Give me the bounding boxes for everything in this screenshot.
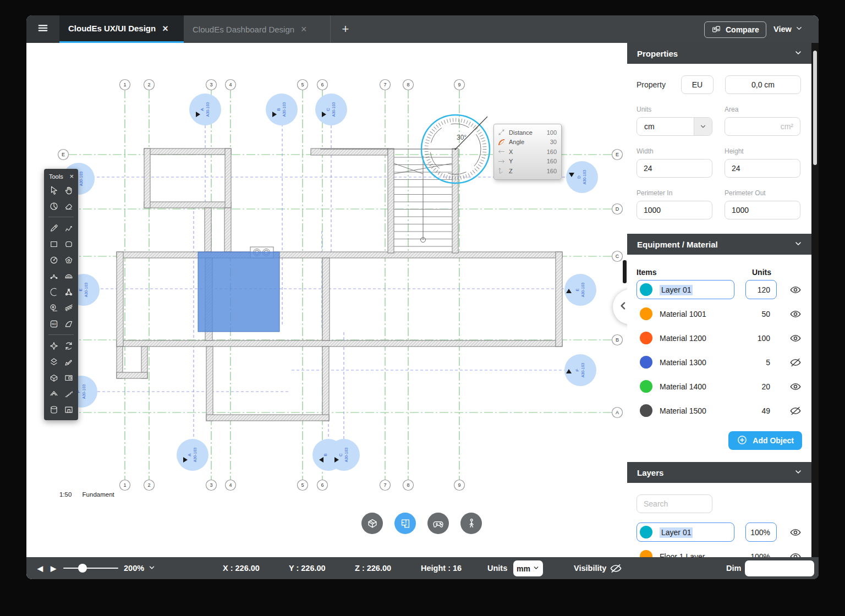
wall-tool[interactable]	[47, 371, 61, 384]
view-dropdown[interactable]: View	[773, 21, 803, 37]
zoom-slider-knob[interactable]	[78, 564, 87, 573]
eye-icon[interactable]	[789, 381, 802, 393]
units-select[interactable]: cm	[637, 117, 712, 136]
tab-close-icon[interactable]: ×	[301, 24, 307, 34]
circle-tool[interactable]	[47, 253, 61, 267]
dim-input[interactable]	[745, 560, 814, 576]
visibility-toggle[interactable]	[610, 562, 622, 577]
properties-section-header[interactable]: Properties	[627, 43, 811, 64]
explode-tool[interactable]	[47, 339, 61, 353]
perimeter-in-label: Perimeter In	[637, 189, 712, 197]
eraser-tool[interactable]	[62, 199, 75, 213]
ramp-tool[interactable]	[62, 301, 75, 315]
column-tool[interactable]	[47, 403, 61, 416]
tab-cloudes-uxui[interactable]: CloudEs UX/UI Design ×	[59, 15, 184, 43]
material-name-field[interactable]: Layer 01	[637, 280, 734, 299]
material-item-row[interactable]: Material 1400 20	[637, 377, 802, 396]
property-value-field[interactable]: 0,0 cm	[725, 75, 801, 94]
eye-off-icon[interactable]	[789, 405, 802, 417]
floor-plan-drawing[interactable]: 30°AA30-103BA30-103CA30-103DA30-103EA30-…	[26, 43, 627, 557]
zoom-level-dropdown[interactable]: 200%	[124, 557, 156, 579]
eye-icon[interactable]	[789, 284, 802, 296]
material-units-field[interactable]: 50	[745, 304, 777, 323]
trowel-tool[interactable]	[62, 355, 75, 369]
panel-scrollbar-thumb[interactable]	[813, 51, 817, 165]
height-input[interactable]	[725, 159, 800, 178]
area-measure-tool[interactable]	[62, 317, 75, 331]
material-name-field[interactable]: Material 1400	[637, 377, 734, 396]
area-unit-tool[interactable]: M2	[47, 317, 61, 331]
material-item-row[interactable]: Material 1300 5	[637, 353, 802, 372]
property-unit-field[interactable]: EU	[681, 75, 714, 94]
units-select[interactable]: mm	[513, 560, 543, 576]
perimeter-in-input[interactable]	[637, 201, 712, 219]
svg-text:B: B	[616, 337, 619, 343]
material-item-row[interactable]: Material 1500 49	[637, 401, 802, 420]
svg-text:4: 4	[229, 482, 232, 488]
layer-row[interactable]: Layer 01 100%	[637, 522, 802, 542]
protractor-tool[interactable]	[62, 269, 75, 283]
roof-tool[interactable]	[47, 387, 61, 400]
pencil-tool[interactable]	[47, 221, 61, 235]
zoom-slider-track[interactable]	[63, 568, 118, 569]
rounded-rectangle-tool[interactable]	[62, 237, 75, 251]
material-units-field[interactable]: 120	[745, 280, 777, 299]
area-input[interactable]	[725, 117, 800, 136]
tab-close-icon[interactable]: ×	[162, 24, 168, 34]
material-name-field[interactable]: Material 1500	[637, 401, 734, 420]
tools-close-icon[interactable]: ×	[69, 172, 74, 180]
eye-icon[interactable]	[789, 308, 802, 320]
pan-tool[interactable]	[62, 183, 75, 197]
equipment-section-header[interactable]: Equipment / Material	[627, 234, 811, 255]
add-object-button[interactable]: Add Object	[728, 431, 802, 450]
material-item-row[interactable]: Material 1001 50	[637, 304, 802, 323]
layer-name-field[interactable]: Layer 01	[637, 522, 734, 542]
history-back-button[interactable]: ◀	[37, 557, 43, 579]
compare-button[interactable]: Compare	[704, 21, 766, 38]
layers-section-header[interactable]: Layers	[627, 462, 811, 483]
eye-off-icon[interactable]	[789, 356, 802, 369]
material-units-field[interactable]: 20	[745, 377, 777, 396]
freehand-tool[interactable]	[62, 221, 75, 235]
window-tool[interactable]	[62, 371, 75, 384]
layer-opacity-field[interactable]: 100%	[745, 522, 777, 542]
material-units-field[interactable]: 100	[745, 328, 777, 348]
opening-tool[interactable]	[62, 403, 75, 416]
stairs-tool[interactable]	[62, 387, 75, 400]
rectangle-tool[interactable]	[47, 237, 61, 251]
menu-button[interactable]	[26, 15, 59, 43]
panel-scrollbar[interactable]	[811, 43, 819, 579]
select-tool[interactable]	[47, 183, 61, 197]
polygon-tool[interactable]	[62, 253, 75, 267]
layer-search-input[interactable]	[637, 494, 712, 513]
material-name-field[interactable]: Material 1001	[637, 304, 734, 323]
drawing-canvas[interactable]: 30°AA30-103BA30-103CA30-103DA30-103EA30-…	[26, 43, 627, 557]
history-forward-button[interactable]: ▶	[51, 557, 56, 579]
material-units-field[interactable]: 5	[745, 353, 777, 372]
eye-icon[interactable]	[789, 332, 802, 344]
tab-cloudes-dashboard[interactable]: CloudEs Dashboard Design ×	[184, 15, 331, 43]
material-units-field[interactable]: 49	[745, 401, 777, 420]
floor-plan-icon[interactable]	[394, 513, 416, 534]
canvas-scrollbar-thumb[interactable]	[623, 260, 627, 283]
material-item-row[interactable]: Layer 01 120	[637, 280, 802, 299]
tooltip-label: Y	[509, 158, 547, 164]
new-tab-button[interactable]: +	[331, 15, 360, 43]
layer-tool[interactable]	[47, 355, 61, 369]
curve-tool[interactable]	[47, 285, 61, 299]
width-input[interactable]	[637, 159, 712, 178]
perimeter-out-input[interactable]	[725, 201, 800, 219]
measure-tool[interactable]	[47, 301, 61, 315]
svg-text:2: 2	[147, 82, 150, 87]
eye-icon[interactable]	[789, 526, 802, 538]
material-item-row[interactable]: Material 1200 100	[637, 328, 802, 348]
gamepad-icon[interactable]	[427, 513, 449, 534]
material-name-field[interactable]: Material 1200	[637, 328, 734, 348]
fill-tool[interactable]	[47, 199, 61, 213]
box-3d-icon[interactable]	[361, 513, 383, 534]
sync-tool[interactable]	[62, 339, 75, 353]
vector-tool[interactable]	[62, 285, 75, 299]
arc-tool[interactable]	[47, 269, 61, 283]
walk-icon[interactable]	[460, 513, 482, 534]
material-name-field[interactable]: Material 1300	[637, 353, 734, 372]
